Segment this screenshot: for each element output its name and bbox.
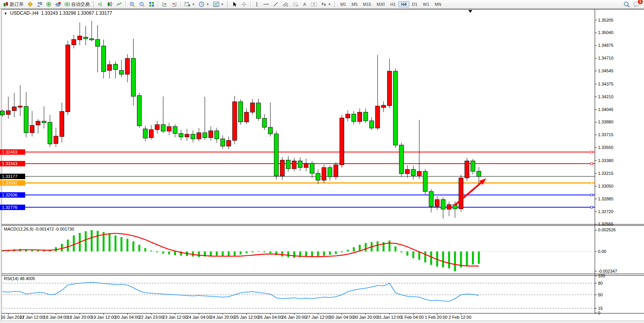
time-axis-label: 22 Jan 23:00 <box>139 315 164 320</box>
time-axis-label: 1 Feb 04:00 <box>401 315 424 320</box>
candle-body <box>209 131 213 138</box>
candle-body <box>381 105 386 108</box>
ohlc-low: 1.33067 <box>77 10 94 16</box>
rsi-axis-label: 15 <box>598 306 603 311</box>
candle-body <box>18 106 22 107</box>
candle-body <box>429 191 433 207</box>
candle-body <box>274 134 278 176</box>
time-axis-label: 20 Jan 04:00 <box>115 315 140 320</box>
scroll-to-end-marker[interactable] <box>468 10 472 13</box>
candle-body <box>417 171 422 176</box>
candle-body <box>441 200 445 209</box>
candle-body <box>143 129 147 138</box>
candle-body <box>30 125 34 133</box>
candle-body <box>268 127 273 134</box>
candle-body <box>72 39 76 45</box>
chart-title: ▼ USDCAD-,H4 1.33243 1.33298 1.33067 1.3… <box>4 10 112 16</box>
hline-right-handle[interactable] <box>591 194 593 196</box>
candle-body <box>286 160 290 169</box>
symbol-dropdown-icon[interactable]: ▼ <box>4 12 7 15</box>
price-axis-label: 1.33215 <box>598 171 613 176</box>
time-axis-label: 26 Jan 04:00 <box>258 315 283 320</box>
macd-axis-label: 0.00 <box>598 249 606 254</box>
price-line-badge: 1.33493 <box>0 149 25 155</box>
candle-body <box>24 106 28 133</box>
candle-body <box>215 131 219 139</box>
hline-right-handle[interactable] <box>591 182 593 184</box>
macd-indicator-label: MACD(12,26,9) -0.001472 -0.001730 <box>4 227 74 231</box>
time-axis-label: 25 Jan 12:00 <box>234 315 259 320</box>
candle-body <box>113 64 118 70</box>
candle-body <box>465 161 469 178</box>
macd-axis-label: 0.002526 <box>598 227 616 232</box>
candle-body <box>101 46 106 72</box>
candle-body <box>6 111 10 115</box>
candle-body <box>197 133 201 139</box>
candle-body <box>179 133 183 137</box>
price-axis-label: 1.32555 <box>598 222 613 226</box>
candle-body <box>66 45 70 112</box>
price-axis-label: 1.32885 <box>598 197 613 201</box>
candle-body <box>411 169 415 176</box>
ohlc-high: 1.33298 <box>59 10 76 16</box>
candle-body <box>376 106 380 128</box>
symbol-timeframe: USDCAD-,H4 <box>10 10 38 16</box>
price-axis-label: 1.33715 <box>598 132 613 137</box>
price-line-badge: 1.33343 <box>0 161 25 166</box>
chart-plot <box>0 0 644 323</box>
price-axis-label: 1.34710 <box>598 56 613 60</box>
candle-body <box>185 134 189 137</box>
candle-body <box>393 71 398 145</box>
price-axis-label: 1.34045 <box>598 107 613 112</box>
candle-body <box>316 173 320 180</box>
candle-body <box>131 58 135 96</box>
candle-body <box>388 71 392 106</box>
candle-body <box>244 112 249 122</box>
candle-body <box>358 112 362 121</box>
candle-body <box>334 165 338 177</box>
price-axis-label: 1.35040 <box>598 30 613 35</box>
candle-body <box>78 36 82 40</box>
trend-arrow-line[interactable] <box>454 182 482 205</box>
candle-body <box>399 145 403 174</box>
candle-body <box>227 140 231 146</box>
candle-body <box>346 114 350 118</box>
time-axis-label: 2 Feb 12:00 <box>449 315 471 320</box>
candle-body <box>155 125 159 130</box>
time-axis-label: 23 Jan 12:00 <box>163 315 188 320</box>
candle-body <box>256 103 261 118</box>
candle-body <box>298 161 302 167</box>
candle-body <box>54 136 58 144</box>
time-axis-label: 18 Jan 04:00 <box>44 315 68 320</box>
candle-body <box>310 163 314 173</box>
hline-right-handle[interactable] <box>591 151 593 153</box>
hline-right-handle[interactable] <box>591 206 593 208</box>
candle-body <box>173 126 177 133</box>
candle-body <box>42 121 46 123</box>
candle-body <box>304 163 308 167</box>
candle-body <box>191 134 195 139</box>
price-axis-label: 1.33550 <box>598 145 613 150</box>
hline-right-handle[interactable] <box>591 162 593 164</box>
time-axis-label: 17 Jan 12:00 <box>20 315 44 320</box>
candle-body <box>161 125 165 131</box>
candle-body <box>459 178 463 209</box>
price-line-badge: 1.33092 <box>0 180 25 186</box>
time-axis-label: 30 Jan 20:00 <box>353 315 378 320</box>
time-axis-label: 1 Feb 20:00 <box>425 315 448 320</box>
candle-body <box>36 121 40 125</box>
candle-body <box>84 37 88 39</box>
candle-body <box>220 139 225 146</box>
price-axis-label: 1.32720 <box>598 209 613 214</box>
price-line-badge: 1.32936 <box>0 192 25 198</box>
candle-body <box>137 96 142 126</box>
price-axis-label: 1.34545 <box>598 68 613 73</box>
ohlc-open: 1.33243 <box>41 10 58 16</box>
candle-body <box>471 161 475 171</box>
candle-body <box>280 160 284 176</box>
price-axis-label: 1.35205 <box>598 18 613 22</box>
time-axis-label: 27 Jan 12:00 <box>306 315 330 320</box>
price-axis-label: 1.34375 <box>598 82 613 86</box>
candle-body <box>328 167 332 177</box>
rsi-line <box>2 282 479 301</box>
